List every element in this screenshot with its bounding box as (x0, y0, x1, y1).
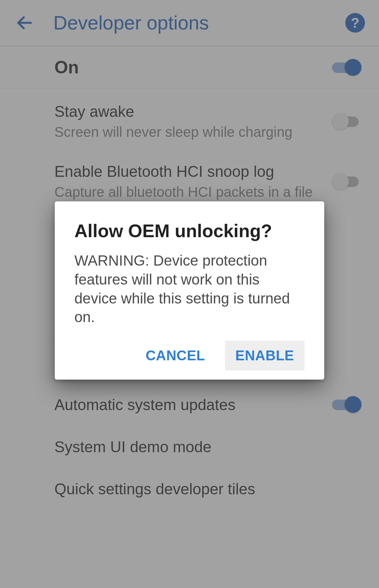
enable-button[interactable]: ENABLE (225, 341, 305, 370)
oem-unlock-dialog: Allow OEM unlocking? WARNING: Device pro… (55, 201, 324, 380)
dialog-layer: Allow OEM unlocking? WARNING: Device pro… (0, 0, 379, 588)
dialog-actions: CANCEL ENABLE (74, 341, 305, 370)
dialog-body: WARNING: Device protection features will… (74, 251, 305, 327)
dialog-title: Allow OEM unlocking? (74, 220, 305, 241)
cancel-button[interactable]: CANCEL (135, 341, 216, 370)
